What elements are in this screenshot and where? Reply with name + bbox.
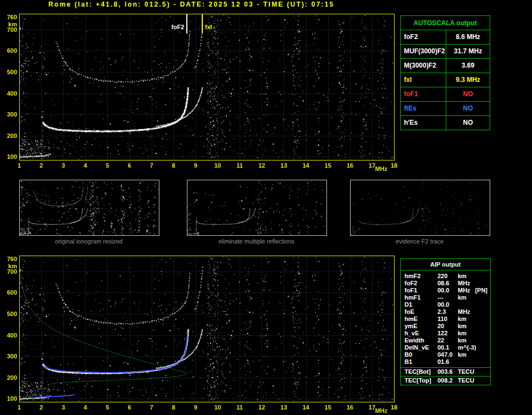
autoscala-screen: Rome (lat: +41.8, lon: 012.5) - DATE: 20… [0,0,532,415]
aip-row-foe: foE2.3MHz [404,308,489,316]
param-unit: km [458,316,467,323]
autoscala-row-fof1: foF1NO [401,87,490,102]
param-value: 003.6 [437,368,458,376]
autoscala-row-ftes: ftEsNO [401,102,490,116]
aip-row-hmf1: hmF1---km [404,294,489,301]
aip-table-rows: hmF2220kmfoF208.6MHzfoF100.0MHz[PN]hmF1-… [401,270,490,367]
param-name: D1 [404,301,437,308]
param-unit: TECU [458,368,474,376]
caption-original-ionogram: original ionogram resized [19,238,159,245]
tec-rows: TEC[Bot]003.6TECUTEC[Top]008.2TECU [401,367,490,385]
tec-row-tec-bot: TEC[Bot]003.6TECU [401,367,490,376]
autoscala-table-title: AUTOSCALA output [401,16,490,30]
thumbnail-evidence-f2-trace [350,180,490,236]
param-name: TEC[Top] [404,377,437,385]
param-name: foF1 [404,287,437,294]
param-unit: MHz [458,280,470,287]
aip-row-h-ve: h_vE122km [404,330,489,337]
aip-row-b1: B101.6 [404,358,489,366]
param-unit: m^(-3) [458,344,476,351]
param-name: hmE [404,316,437,323]
param-name: Ewidth [404,337,437,344]
param-value: NO [446,116,490,130]
aip-row-d1: D100.0 [404,301,489,308]
param-label: fxI [401,73,446,87]
param-name: hmF2 [404,273,437,280]
param-value: 220 [437,273,458,280]
param-unit: km [458,273,467,280]
autoscala-row-m-3000-f2: M(3000)F23.69 [401,59,490,73]
param-value: 31.7 MHz [446,45,490,58]
tec-row-tec-top: TEC[Top]008.2TECU [401,376,490,385]
param-value: 008.2 [437,377,458,385]
aip-row-yme: ymE20km [404,323,489,330]
param-value: 01.6 [437,358,458,366]
autoscala-row-fof2: foF28.6 MHz [401,30,490,45]
param-value: 00.0 [437,301,458,308]
thumbnail-original-ionogram [19,180,159,236]
param-value: NO [446,102,490,115]
param-unit: MHz [458,287,470,294]
param-value: 20 [437,323,458,330]
aip-table-title: AIP output [401,259,490,270]
param-name: foF2 [404,280,437,287]
param-value: 08.6 [437,280,458,287]
aip-row-deln-ve: DelN_vE00.1m^(-3) [404,344,489,351]
param-unit: km [458,323,467,330]
param-name: B1 [404,358,437,366]
param-value: --- [437,294,458,301]
param-value: 047.0 [437,351,458,358]
param-value: 00.0 [437,287,458,294]
param-unit: TECU [458,377,474,385]
param-value: 9.3 MHz [446,73,490,87]
page-title: Rome (lat: +41.8, lon: 012.5) - DATE: 20… [48,1,334,8]
param-value: 3.69 [446,59,490,73]
top-ionogram-plot [0,10,398,175]
autoscala-row-fxi: fxI9.3 MHz [401,73,490,87]
param-name: TEC[Bot] [404,368,437,376]
caption-eliminate-reflections: eliminate multiple reflections [186,238,326,245]
autoscala-row-h-es: h'EsNO [401,116,490,130]
param-label: MUF(3000)F2 [401,45,446,58]
param-label: foF1 [401,87,446,101]
param-label: M(3000)F2 [401,59,446,73]
param-value: 2.3 [437,308,458,316]
param-value: 122 [437,330,458,337]
param-name: ymE [404,323,437,330]
param-label: h'Es [401,116,446,130]
param-name: B0 [404,351,437,358]
param-value: 8.6 MHz [446,30,490,44]
param-value: 00.1 [437,344,458,351]
param-unit: km [458,294,467,301]
param-label: ftEs [401,102,446,115]
param-unit: km [458,337,467,344]
aip-row-fof1: foF100.0MHz[PN] [404,287,489,294]
aip-row-fof2: foF208.6MHz [404,280,489,287]
param-value: 110 [437,316,458,323]
param-unit: km [458,330,467,337]
param-unit: MHz [458,308,470,316]
autoscala-row-muf-3000-f2: MUF(3000)F231.7 MHz [401,45,490,59]
param-value: 22 [437,337,458,344]
thumbnail-eliminate-reflections [187,180,327,236]
aip-output-table: AIP output hmF2220kmfoF208.6MHzfoF100.0M… [400,258,491,385]
param-label: foF2 [401,30,446,44]
param-name: DelN_vE [404,344,437,351]
aip-row-ewidth: Ewidth22km [404,337,489,344]
param-value: NO [446,87,490,101]
param-name: h_vE [404,330,437,337]
aip-row-hme: hmE110km [404,316,489,323]
param-name: foE [404,308,437,316]
param-unit: km [458,351,467,358]
aip-row-b0: B0047.0km [404,351,489,358]
param-flag: [PN] [475,287,489,294]
autoscala-output-table: AUTOSCALA output foF28.6 MHzMUF(3000)F23… [400,15,490,130]
caption-evidence-f2-trace: evidence F2 trace [350,238,490,245]
autoscala-table-rows: foF28.6 MHzMUF(3000)F231.7 MHzM(3000)F23… [401,30,490,130]
param-name: hmF1 [404,294,437,301]
bottom-ionogram-plot [0,252,398,415]
aip-row-hmf2: hmF2220km [404,273,489,280]
